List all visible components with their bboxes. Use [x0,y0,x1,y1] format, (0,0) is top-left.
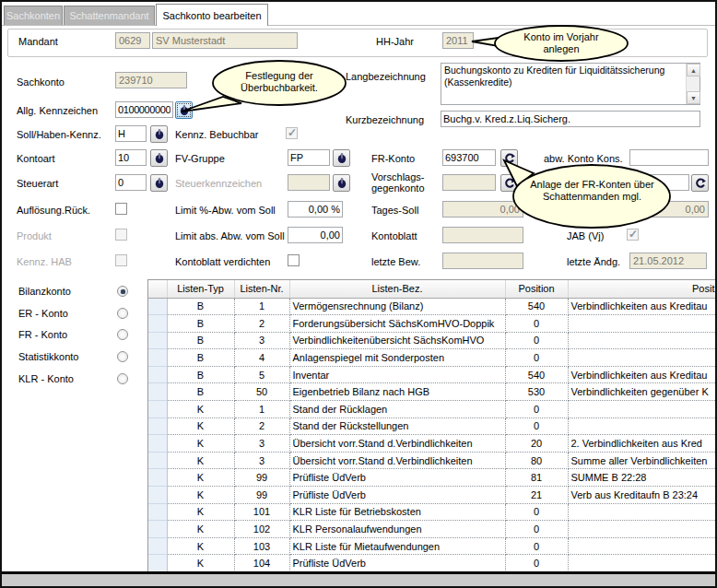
radio-klr-konto[interactable] [117,373,128,384]
fv-gruppe-lookup-button[interactable] [333,149,350,167]
cell-position[interactable]: 0 [505,537,568,555]
abw-konto-kons2-generate-button[interactable] [691,174,709,192]
table-row[interactable]: K99Prüfliste ÜdVerb21Verb aus Kreditaufn… [148,487,717,504]
listen-table[interactable]: Listen-Typ Listen-Nr. Listen-Bez. Positi… [147,279,717,571]
cell-position[interactable]: 530 [505,383,568,401]
table-row[interactable]: K102KLR Personalaufwendungen0 [148,521,717,538]
row-selector[interactable] [148,417,167,435]
table-row[interactable]: K1Stand der Rücklagen0 [148,401,717,418]
table-row[interactable]: K104Prüfliste ÜdVerb0 [148,555,717,571]
cell-positionsbezeichnung[interactable] [568,315,717,333]
cell-positionsbezeichnung[interactable]: Verbindlichkeiten gegenüber K [568,383,717,401]
limit-pct-input[interactable] [288,201,343,218]
table-row[interactable]: K3Übersicht vorr.Stand d.Verbindlichkeit… [148,452,717,469]
cell-position[interactable]: 540 [505,298,568,315]
cell-listen-bez[interactable]: Übersicht vorr.Stand d.Verbindlichkeiten [289,452,505,469]
cell-listen-typ[interactable]: K [167,521,234,538]
cell-position[interactable]: 20 [505,435,568,453]
row-selector[interactable] [148,315,167,333]
cell-listen-typ[interactable]: K [167,503,234,521]
cell-positionsbezeichnung[interactable]: 2. Verbindlichkeiten aus Kred [568,435,717,453]
cell-listen-bez[interactable]: Stand der Rücklagen [289,401,505,418]
cell-listen-bez[interactable]: Prüfliste ÜdVerb [289,555,505,571]
table-row[interactable]: B50Eigenbetrieb Bilanz nach HGB530Verbin… [148,383,717,401]
cell-listen-bez[interactable]: Prüfliste ÜdVerb [289,469,505,487]
kurzbezeichnung-input[interactable] [441,111,700,127]
soll-haben-input[interactable] [115,125,147,142]
cell-listen-nr[interactable]: 3 [234,452,289,469]
row-selector[interactable] [148,555,167,571]
cell-position[interactable]: 0 [505,417,568,435]
kontoblatt-verdichten-checkbox[interactable] [288,254,300,266]
cell-listen-typ[interactable]: K [167,555,234,571]
soll-haben-lookup-button[interactable] [150,125,168,143]
table-row[interactable]: B4Anlagenspiegel mit Sonderposten0 [148,349,717,367]
cell-listen-typ[interactable]: K [167,537,234,555]
cell-positionsbezeichnung[interactable]: Verb aus Kreditaufn B 23:24 [568,487,717,504]
cell-position[interactable]: 540 [505,366,568,383]
row-selector[interactable] [148,383,167,401]
langbezeichnung-scrollbar[interactable]: ▲ ▼ [686,64,699,104]
limit-abs-input[interactable] [288,227,343,243]
steuerart-input[interactable] [115,174,147,191]
cell-listen-bez[interactable]: Vermögensrechnung (Bilanz) [289,298,505,315]
cell-position[interactable]: 0 [505,503,568,521]
row-selector[interactable] [148,435,167,453]
kontoart-lookup-button[interactable] [150,149,168,167]
cell-listen-nr[interactable]: 50 [234,383,289,401]
cell-listen-bez[interactable]: Eigenbetrieb Bilanz nach HGB [289,383,505,401]
allg-kennzeichen-input[interactable] [115,101,173,118]
cell-positionsbezeichnung[interactable]: Verbindlichkeiten aus Kreditau [568,298,717,315]
cell-listen-bez[interactable]: Verbindlichkeitenübersicht SächsKomHVO [289,332,505,349]
cell-position[interactable]: 0 [505,332,568,349]
row-selector[interactable] [148,349,167,367]
cell-listen-bez[interactable]: KLR Liste für Betriebskosten [289,503,505,521]
cell-listen-bez[interactable]: Stand der Rückstellungen [289,417,505,435]
tab-sachkonten[interactable]: Sachkonten [4,6,63,25]
row-selector[interactable] [148,521,167,538]
cell-listen-nr[interactable]: 3 [234,332,289,349]
cell-positionsbezeichnung[interactable] [568,555,717,571]
cell-listen-nr[interactable]: 104 [234,555,289,571]
cell-listen-typ[interactable]: B [167,366,234,383]
table-row[interactable]: K103KLR Liste für Mietaufwendungen0 [148,537,717,555]
cell-listen-typ[interactable]: K [167,401,234,418]
cell-positionsbezeichnung[interactable] [568,332,717,349]
cell-listen-nr[interactable]: 2 [234,315,289,333]
cell-listen-nr[interactable]: 1 [234,401,289,418]
cell-listen-nr[interactable]: 99 [234,487,289,504]
table-row[interactable]: B1Vermögensrechnung (Bilanz)540Verbindli… [148,298,717,315]
radio-bilanzkonto[interactable] [117,286,128,297]
cell-listen-bez[interactable]: Übersicht vorr.Stand d.Verbindlichkeiten [289,435,505,453]
cell-listen-nr[interactable]: 101 [234,503,289,521]
tab-sachkonto-bearbeiten[interactable]: Sachkonto bearbeiten [156,4,268,26]
cell-listen-bez[interactable]: KLR Personalaufwendungen [289,521,505,538]
row-selector[interactable] [148,332,167,349]
radio-statistikkonto[interactable] [117,351,128,362]
table-row[interactable]: K3Übersicht vorr.Stand d.Verbindlichkeit… [148,435,717,453]
cell-listen-typ[interactable]: K [167,435,234,453]
cell-listen-nr[interactable]: 99 [234,469,289,487]
table-row[interactable]: K101KLR Liste für Betriebskosten0 [148,503,717,521]
cell-listen-nr[interactable]: 1 [234,298,289,315]
cell-listen-bez[interactable]: Forderungsübersicht SächsKomHVO-Doppik [289,315,505,333]
cell-positionsbezeichnung[interactable] [568,537,717,555]
row-selector[interactable] [148,503,167,521]
tab-schattenmandant[interactable]: Schattenmandant [64,6,155,25]
cell-positionsbezeichnung[interactable]: Summe aller Verbindlichkeiten [568,452,717,469]
fv-gruppe-input[interactable] [288,149,330,166]
cell-positionsbezeichnung[interactable] [568,503,717,521]
cell-listen-bez[interactable]: Prüfliste ÜdVerb [289,487,505,504]
row-selector[interactable] [148,469,167,487]
cell-positionsbezeichnung[interactable] [568,401,717,418]
cell-listen-nr[interactable]: 4 [234,349,289,367]
row-selector[interactable] [148,487,167,504]
cell-listen-typ[interactable]: B [167,332,234,349]
cell-listen-bez[interactable]: KLR Liste für Mietaufwendungen [289,537,505,555]
radio-er-konto[interactable] [117,308,128,319]
kontoart-input[interactable] [115,149,147,166]
steuerart-lookup-button[interactable] [150,174,168,192]
cell-listen-typ[interactable]: K [167,417,234,435]
fr-konto-input[interactable] [442,149,496,166]
cell-listen-nr[interactable]: 102 [234,521,289,538]
